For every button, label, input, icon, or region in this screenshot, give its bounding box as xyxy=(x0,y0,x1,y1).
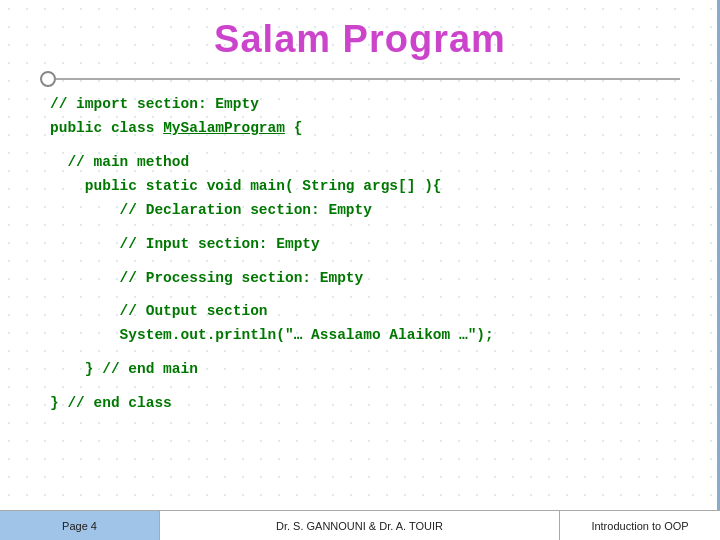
code-line-8: // Output section xyxy=(50,300,670,324)
title-area: Salam Program xyxy=(0,0,720,71)
code-line-5: // Declaration section: Empty xyxy=(50,199,670,223)
code-line-10: } // end main xyxy=(50,358,670,382)
code-area: // import section: Empty public class My… xyxy=(0,93,720,510)
footer-author: Dr. S. GANNOUNI & Dr. A. TOUIR xyxy=(160,511,560,540)
code-line-7: // Processing section: Empty xyxy=(50,267,670,291)
code-block: // import section: Empty public class My… xyxy=(50,93,670,416)
footer-course: Introduction to OOP xyxy=(560,511,720,540)
divider-circle xyxy=(40,71,56,87)
code-line-9: System.out.println("… Assalamo Alaikom …… xyxy=(50,324,670,348)
divider-line xyxy=(56,78,680,80)
code-line-11: } // end class xyxy=(50,392,670,416)
divider-row xyxy=(0,71,720,87)
code-line-6: // Input section: Empty xyxy=(50,233,670,257)
code-line-1: // import section: Empty xyxy=(50,93,670,117)
slide-title: Salam Program xyxy=(214,18,506,60)
code-line-4: public static void main( String args[] )… xyxy=(50,175,670,199)
footer: Page 4 Dr. S. GANNOUNI & Dr. A. TOUIR In… xyxy=(0,510,720,540)
code-line-2: public class MySalamProgram { xyxy=(50,117,670,141)
code-line-3: // main method xyxy=(50,151,670,175)
footer-page: Page 4 xyxy=(0,511,160,540)
